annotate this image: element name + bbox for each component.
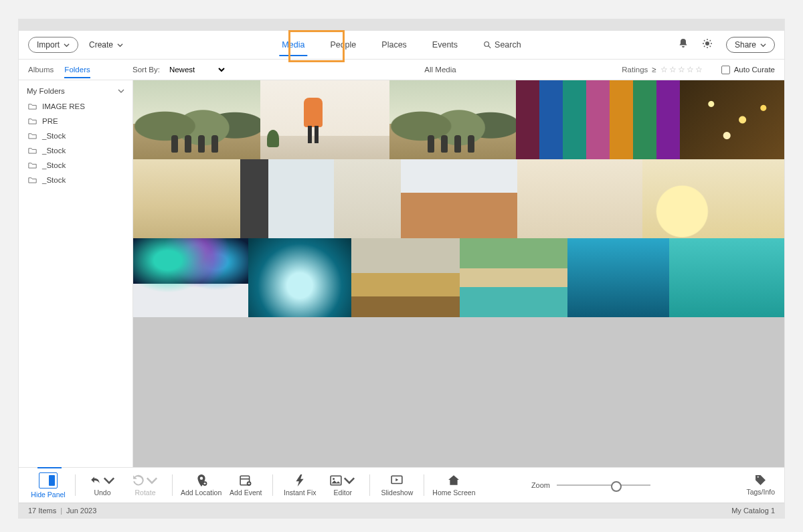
share-label: Share — [735, 40, 756, 50]
sun-icon — [702, 38, 713, 49]
media-thumb[interactable] — [669, 238, 784, 317]
folder-icon — [28, 118, 37, 124]
sortby-label: Sort By: — [132, 66, 160, 74]
slideshow-button[interactable]: Slideshow — [375, 474, 418, 497]
svg-rect-5 — [331, 476, 341, 485]
chevron-down-icon — [64, 42, 70, 48]
status-bar: 17 Items | Jun 2023 My Catalog 1 — [19, 503, 784, 518]
window-chrome — [19, 19, 784, 31]
create-button[interactable]: Create — [89, 40, 123, 50]
add-location-button[interactable]: Add Location — [178, 474, 224, 497]
folder-item[interactable]: PRE — [19, 114, 132, 128]
tab-places-label: Places — [381, 40, 407, 50]
tag-icon — [755, 474, 766, 486]
folder-group-label: My Folders — [27, 87, 65, 95]
slideshow-icon — [391, 474, 403, 486]
folder-icon — [28, 103, 37, 110]
folder-item[interactable]: _Stock — [19, 173, 132, 187]
import-label: Import — [37, 40, 60, 50]
instant-fix-button[interactable]: Instant Fix — [278, 474, 321, 497]
sort-select[interactable]: Newest — [167, 65, 227, 74]
media-thumb[interactable] — [389, 80, 517, 159]
tab-search[interactable]: Search — [482, 32, 523, 58]
folder-item[interactable]: IMAGE RES — [19, 99, 132, 114]
tab-events[interactable]: Events — [431, 32, 459, 58]
tags-info-button[interactable]: Tags/Info — [746, 474, 775, 496]
status-date: Jun 2023 — [66, 507, 96, 515]
media-thumb[interactable] — [401, 159, 518, 238]
rotate-button[interactable]: Rotate — [124, 474, 167, 497]
tab-media-label: Media — [282, 40, 304, 50]
tab-places[interactable]: Places — [380, 32, 408, 58]
hide-panel-button[interactable]: Hide Panel — [27, 472, 70, 499]
media-thumb[interactable] — [351, 238, 460, 317]
folder-item[interactable]: _Stock — [19, 128, 132, 143]
location-icon — [195, 474, 207, 486]
folder-list: IMAGE RES PRE _Stock _Stock _Stock _Stoc… — [19, 99, 132, 187]
media-thumb[interactable] — [680, 80, 784, 159]
media-thumb[interactable] — [642, 159, 784, 238]
view-tabs: Media People Places Events Search — [280, 32, 522, 58]
bolt-icon — [294, 474, 306, 486]
editor-label: Editor — [334, 489, 352, 497]
editor-button[interactable]: Editor — [321, 474, 364, 497]
folder-icon — [28, 147, 37, 154]
svg-point-6 — [333, 478, 335, 480]
tab-folders[interactable]: Folders — [64, 62, 90, 78]
media-thumb[interactable] — [133, 238, 248, 317]
ratings-filter[interactable]: Ratings ≥ ☆☆☆☆☆ — [622, 65, 703, 74]
media-thumb[interactable] — [334, 159, 401, 238]
add-event-button[interactable]: Add Event — [224, 474, 267, 497]
ratings-label: Ratings — [622, 66, 648, 74]
share-button[interactable]: Share — [726, 37, 775, 53]
chevron-down-icon — [146, 474, 158, 486]
chevron-down-icon — [343, 474, 355, 486]
folder-group-myfolders[interactable]: My Folders — [19, 84, 132, 98]
import-button[interactable]: Import — [28, 37, 78, 53]
folder-icon — [28, 162, 37, 169]
chevron-down-icon — [760, 42, 766, 48]
secondary-bar: Albums Folders Sort By: Newest All Media… — [19, 60, 784, 80]
add-location-label: Add Location — [181, 489, 221, 497]
media-thumb[interactable] — [133, 80, 260, 159]
autocurate-toggle[interactable]: Auto Curate — [721, 66, 775, 74]
chevron-down-icon — [103, 474, 115, 486]
tab-people[interactable]: People — [329, 32, 357, 58]
topbar: Import Create Media People Places Events… — [19, 31, 784, 60]
zoom-label: Zoom — [531, 481, 550, 489]
notifications-button[interactable] — [678, 38, 689, 52]
folder-icon — [28, 132, 37, 139]
home-screen-button[interactable]: Home Screen — [430, 474, 478, 497]
rating-stars[interactable]: ☆☆☆☆☆ — [660, 65, 704, 74]
tab-media[interactable]: Media — [280, 32, 306, 58]
center-title: All Media — [424, 66, 456, 74]
tab-albums[interactable]: Albums — [28, 62, 54, 78]
undo-button[interactable]: Undo — [81, 474, 124, 497]
hide-panel-label: Hide Panel — [31, 491, 65, 499]
media-thumb[interactable] — [516, 80, 680, 159]
tab-events-label: Events — [432, 40, 458, 50]
bell-icon — [678, 38, 689, 49]
tags-info-label: Tags/Info — [746, 488, 775, 496]
media-thumb[interactable] — [567, 238, 669, 317]
separator — [369, 474, 370, 496]
media-thumb[interactable] — [133, 159, 240, 238]
media-thumb[interactable] — [240, 159, 334, 238]
zoom-control[interactable]: Zoom — [531, 481, 650, 489]
status-catalog: My Catalog 1 — [731, 507, 775, 515]
theme-toggle[interactable] — [702, 38, 713, 52]
media-grid[interactable] — [133, 80, 784, 467]
media-thumb[interactable] — [517, 159, 642, 238]
ratings-op: ≥ — [652, 66, 656, 74]
status-items: 17 Items — [28, 507, 56, 515]
media-thumb[interactable] — [260, 80, 389, 159]
folder-item[interactable]: _Stock — [19, 143, 132, 158]
separator — [75, 474, 76, 496]
separator — [272, 474, 273, 496]
zoom-slider[interactable] — [557, 484, 650, 486]
slideshow-label: Slideshow — [381, 489, 413, 497]
folder-item[interactable]: _Stock — [19, 158, 132, 173]
chevron-down-icon — [117, 42, 123, 48]
media-thumb[interactable] — [460, 238, 568, 317]
media-thumb[interactable] — [248, 238, 351, 317]
